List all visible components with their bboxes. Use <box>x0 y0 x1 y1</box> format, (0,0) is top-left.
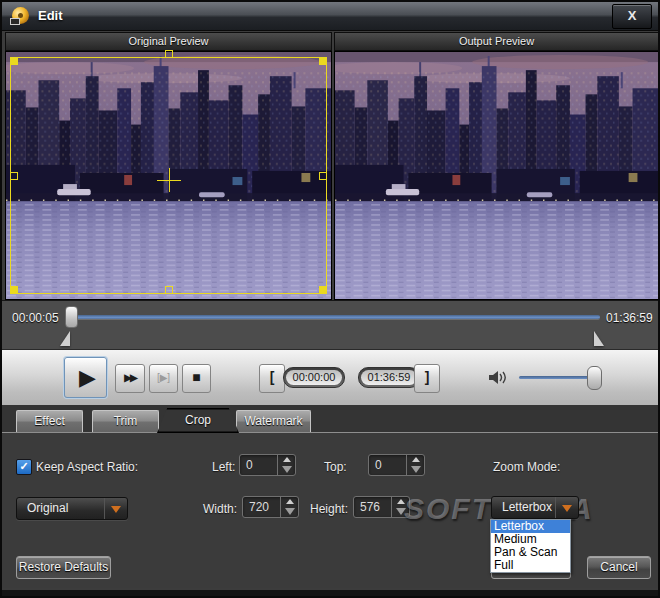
close-button[interactable]: X <box>612 4 652 29</box>
cancel-button[interactable]: Cancel <box>587 556 651 579</box>
aspect-dropdown-value: Original <box>27 501 68 515</box>
trim-end-flag[interactable] <box>594 331 604 346</box>
tab-trim[interactable]: Trim <box>92 410 159 432</box>
width-spin-arrows[interactable] <box>280 497 298 517</box>
stop-icon: ■ <box>192 369 200 385</box>
stop-button[interactable]: ■ <box>182 364 211 393</box>
spin-up-icon[interactable] <box>283 457 291 462</box>
output-preview-header: Output Preview <box>334 32 659 51</box>
zoom-mode-label: Zoom Mode: <box>493 460 560 474</box>
left-label: Left: <box>212 460 235 474</box>
chevron-down-icon <box>562 505 572 512</box>
window-title: Edit <box>38 8 63 23</box>
top-spinner[interactable]: 0 <box>368 454 425 476</box>
aspect-dropdown-arrow-zone[interactable] <box>104 498 127 519</box>
chevron-down-icon <box>111 506 121 513</box>
output-video-frame <box>335 52 658 299</box>
crop-handle-bottom-left[interactable] <box>10 286 18 294</box>
keep-aspect-checkbox[interactable]: ✓ <box>16 459 32 475</box>
crop-handle-bottom[interactable] <box>165 286 173 294</box>
width-value[interactable]: 720 <box>249 500 269 514</box>
speaker-icon <box>488 369 507 386</box>
volume-track[interactable] <box>519 376 595 379</box>
spin-up-icon[interactable] <box>412 457 420 462</box>
playback-toolbar: ▶ ▶▶ [▶] ■ [ 00:00:00 01:36:59 ] <box>2 349 658 407</box>
top-value[interactable]: 0 <box>375 458 382 472</box>
crop-handle-left[interactable] <box>10 172 18 180</box>
window-bottom-edge <box>2 590 658 598</box>
mark-out-icon: ] <box>425 369 430 385</box>
crop-region[interactable] <box>10 57 327 294</box>
crop-crosshair-icon <box>169 168 170 192</box>
mark-out-button[interactable]: ] <box>414 364 440 393</box>
aspect-dropdown[interactable]: Original <box>16 497 128 520</box>
height-spinner[interactable]: 576 <box>353 496 410 518</box>
fast-forward-icon: ▶▶ <box>124 372 135 383</box>
zoom-mode-dropdown-arrow-zone[interactable] <box>555 497 578 518</box>
width-spinner[interactable]: 720 <box>242 496 299 518</box>
seek-track[interactable] <box>70 315 600 319</box>
trim-end-value: 01:36:59 <box>361 370 417 385</box>
step-frame-icon: [▶] <box>157 372 170 383</box>
play-icon: ▶ <box>79 365 96 390</box>
trim-start-field[interactable]: 00:00:00 <box>283 367 345 388</box>
crop-handle-top-left[interactable] <box>10 57 18 65</box>
edit-dialog-window: Edit X Original Preview Output Preview 0… <box>0 0 660 598</box>
play-button[interactable]: ▶ <box>64 357 107 398</box>
spin-up-icon[interactable] <box>286 499 294 504</box>
timeline-bar: 00:00:05 01:36:59 <box>2 300 658 350</box>
elapsed-time: 00:00:05 <box>12 311 59 325</box>
tab-baseline <box>2 432 658 433</box>
title-bar[interactable]: Edit X <box>2 2 658 31</box>
tab-effect[interactable]: Effect <box>16 410 83 432</box>
crop-handle-top-right[interactable] <box>319 57 327 65</box>
width-label: Width: <box>203 502 237 516</box>
output-preview <box>334 51 659 300</box>
zoom-mode-dropdown-value: Letterbox <box>502 500 552 514</box>
height-value[interactable]: 576 <box>360 500 380 514</box>
zoom-mode-option-list: Letterbox Medium Pan & Scan Full <box>490 519 571 573</box>
left-spinner[interactable]: 0 <box>239 454 296 476</box>
tab-watermark[interactable]: Watermark <box>236 410 311 432</box>
tab-crop[interactable]: Crop <box>157 408 239 433</box>
mark-in-icon: [ <box>270 369 275 385</box>
mark-in-button[interactable]: [ <box>259 364 285 393</box>
height-label: Height: <box>310 502 348 516</box>
option-full[interactable]: Full <box>491 559 570 572</box>
disc-icon <box>12 7 29 24</box>
crop-handle-right[interactable] <box>319 172 327 180</box>
trim-start-flag[interactable] <box>60 331 70 346</box>
left-spin-arrows[interactable] <box>277 455 295 475</box>
spin-up-icon[interactable] <box>397 499 405 504</box>
fast-forward-button[interactable]: ▶▶ <box>115 364 145 393</box>
spin-down-icon[interactable] <box>411 466 421 473</box>
spin-down-icon[interactable] <box>285 508 295 515</box>
original-preview-header: Original Preview <box>5 32 332 51</box>
height-spin-arrows[interactable] <box>391 497 409 517</box>
step-frame-button[interactable]: [▶] <box>149 364 178 393</box>
crop-handle-bottom-right[interactable] <box>319 286 327 294</box>
trim-end-field[interactable]: 01:36:59 <box>358 367 420 388</box>
crop-handle-top[interactable] <box>165 50 173 58</box>
restore-defaults-button[interactable]: Restore Defaults <box>16 556 111 579</box>
left-value[interactable]: 0 <box>246 458 253 472</box>
duration-time: 01:36:59 <box>606 311 653 325</box>
keep-aspect-label: Keep Aspect Ratio: <box>36 460 138 474</box>
zoom-mode-dropdown[interactable]: Letterbox <box>491 496 579 519</box>
spin-down-icon[interactable] <box>282 466 292 473</box>
trim-start-value: 00:00:00 <box>286 370 342 385</box>
original-preview <box>5 51 332 300</box>
volume-handle[interactable] <box>587 366 602 390</box>
top-label: Top: <box>324 460 347 474</box>
seek-handle[interactable] <box>65 306 78 328</box>
spin-down-icon[interactable] <box>396 508 406 515</box>
top-spin-arrows[interactable] <box>406 455 424 475</box>
